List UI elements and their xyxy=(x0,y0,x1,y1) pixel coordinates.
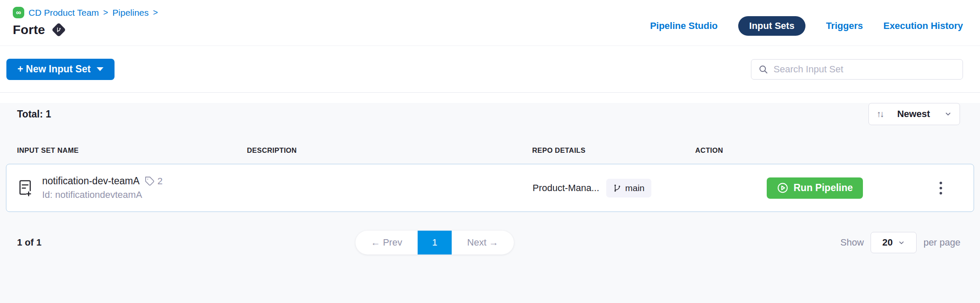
input-sets-content: Total: 1 ↑↓ Newest INPUT SET NAME DESCRI… xyxy=(0,103,980,303)
tab-pipeline-studio[interactable]: Pipeline Studio xyxy=(650,20,718,31)
tag-group: 2 xyxy=(145,176,163,187)
page-size-value: 20 xyxy=(882,237,892,248)
table-header-row: INPUT SET NAME DESCRIPTION REPO DETAILS … xyxy=(6,146,974,154)
search-icon xyxy=(758,64,768,74)
total-count-label: Total: 1 xyxy=(17,109,51,120)
input-set-name-lines: notification-dev-teamA 2 Id: notificatio… xyxy=(42,175,163,200)
search-input[interactable] xyxy=(774,64,956,75)
cd-module-icon: ∞ xyxy=(13,7,24,18)
row-options-menu-icon[interactable] xyxy=(936,178,946,198)
toolbar: + New Input Set xyxy=(0,46,980,93)
search-box xyxy=(751,59,963,80)
sort-dropdown[interactable]: ↑↓ Newest xyxy=(868,103,960,125)
prev-page-button[interactable]: ← Prev xyxy=(355,237,418,248)
branch-chip: main xyxy=(606,179,652,197)
column-header-action: ACTION xyxy=(695,146,963,154)
branch-name: main xyxy=(625,183,645,193)
tab-execution-history[interactable]: Execution History xyxy=(883,20,963,31)
breadcrumb-separator: > xyxy=(103,8,108,17)
input-set-row[interactable]: notification-dev-teamA 2 Id: notificatio… xyxy=(6,164,974,212)
header-left: ∞ CD Product Team > Pipelines > Forte xyxy=(13,7,158,37)
git-repo-icon xyxy=(52,23,66,37)
pager: ← Prev 1 Next → xyxy=(355,231,514,254)
run-pipeline-button[interactable]: Run Pipeline xyxy=(767,177,863,199)
title-row: Forte xyxy=(13,23,158,37)
repo-details-cell: Product-Mana... main xyxy=(533,179,696,197)
page-size-dropdown[interactable]: 20 xyxy=(871,232,917,253)
new-input-set-button[interactable]: + New Input Set xyxy=(6,59,115,80)
summary-row: Total: 1 ↑↓ Newest xyxy=(6,103,974,125)
caret-down-icon xyxy=(97,67,103,71)
page-title: Forte xyxy=(13,23,45,37)
breadcrumb-separator: > xyxy=(153,8,158,17)
breadcrumb: ∞ CD Product Team > Pipelines > xyxy=(13,7,158,18)
new-input-set-label: + New Input Set xyxy=(17,63,91,75)
page-range-label: 1 of 1 xyxy=(17,237,41,248)
column-header-input-set-name: INPUT SET NAME xyxy=(17,146,247,154)
action-cell: Run Pipeline xyxy=(696,177,963,199)
tag-count: 2 xyxy=(158,176,163,187)
sort-arrows-icon: ↑↓ xyxy=(877,109,883,119)
input-set-icon xyxy=(17,179,33,197)
tab-triggers[interactable]: Triggers xyxy=(826,20,863,31)
pagination-row: 1 of 1 ← Prev 1 Next → Show 20 per page xyxy=(6,231,974,254)
column-header-repo-details: REPO DETAILS xyxy=(532,146,695,154)
sort-selected-value: Newest xyxy=(889,109,938,120)
input-set-id: Id: notificationdevteamA xyxy=(42,189,163,200)
chevron-down-icon xyxy=(944,110,952,118)
column-header-description: DESCRIPTION xyxy=(247,146,532,154)
page-header: ∞ CD Product Team > Pipelines > Forte Pi… xyxy=(0,0,980,46)
tab-input-sets[interactable]: Input Sets xyxy=(738,16,805,36)
repo-name: Product-Mana... xyxy=(533,183,599,194)
tag-icon xyxy=(145,176,155,186)
current-page-button[interactable]: 1 xyxy=(418,231,452,254)
play-icon xyxy=(777,182,788,194)
breadcrumb-link-pipelines[interactable]: Pipelines xyxy=(112,8,149,18)
page-size-group: Show 20 per page xyxy=(840,232,960,253)
run-pipeline-label: Run Pipeline xyxy=(794,182,853,194)
chevron-down-icon xyxy=(898,239,905,246)
next-page-button[interactable]: Next → xyxy=(452,237,514,248)
show-label: Show xyxy=(840,237,864,248)
pipeline-nav-tabs: Pipeline Studio Input Sets Triggers Exec… xyxy=(650,16,963,36)
git-branch-icon xyxy=(613,184,622,192)
input-set-name-cell: notification-dev-teamA 2 Id: notificatio… xyxy=(17,175,247,200)
breadcrumb-link-project[interactable]: CD Product Team xyxy=(29,8,99,18)
input-set-name: notification-dev-teamA xyxy=(42,175,140,187)
per-page-label: per page xyxy=(923,237,960,248)
